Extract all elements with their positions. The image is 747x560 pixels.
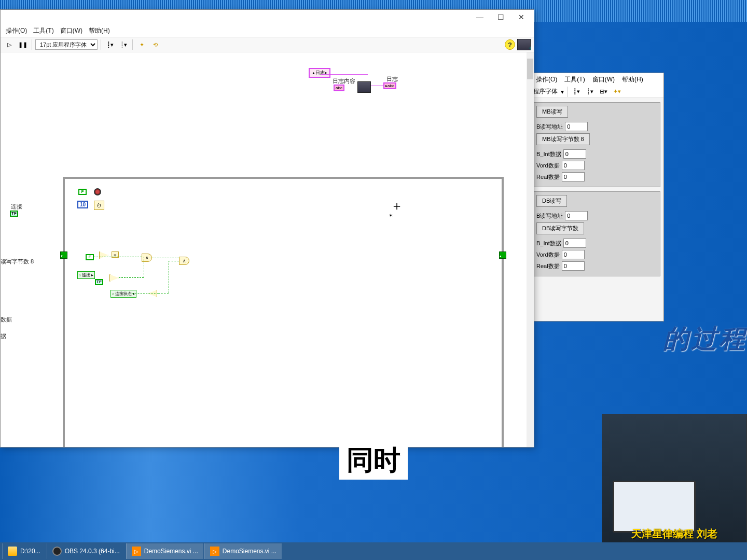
task-item-demo2[interactable]: ▷ DemoSiemens.vi ... (204, 543, 282, 559)
labview-icon: ▷ (210, 547, 219, 556)
numeric-const-10[interactable]: 10 (77, 202, 88, 207)
context-help-icon[interactable]: ? (505, 39, 515, 50)
db-readwrite-button[interactable]: DB读写 (536, 195, 567, 207)
db-addr-input[interactable] (565, 211, 588, 220)
wire (144, 257, 144, 277)
stop-terminal[interactable] (94, 188, 101, 195)
mb-readwrite-button[interactable]: MB读写 (536, 106, 568, 118)
string-terminal-1[interactable]: abc (334, 85, 344, 91)
db-bytes-button[interactable]: DB读写字节数 (536, 222, 584, 234)
db-real-input[interactable] (562, 261, 585, 271)
connect-label: 连接 (11, 203, 22, 211)
reorder-button[interactable]: ⟲ (149, 39, 161, 50)
db-bint-label: B_Int数据 (536, 240, 561, 247)
log-source-node[interactable]: ▲日志▸ (309, 68, 330, 78)
task-item-demo1[interactable]: ▷ DemoSiemens.vi ... (126, 543, 203, 559)
wait-ms-node[interactable]: ⏱ (94, 201, 104, 210)
secondary-toolbar: 程序字体 ▾ ┋▾ ┊▾ ⊞▾ ✦▾ (530, 86, 663, 98)
data-label-1: 数据 (1, 316, 12, 324)
scrollbar-thumb[interactable] (527, 59, 533, 79)
close-button[interactable]: ✕ (511, 11, 532, 23)
menu-tools[interactable]: 工具(T) (31, 25, 56, 36)
data-label-2: 据 (1, 332, 6, 340)
wire (371, 86, 383, 86)
bool-false-const-2[interactable]: F (86, 254, 94, 260)
select-node-1[interactable] (99, 251, 108, 259)
db-word-input[interactable] (562, 250, 585, 259)
db-cluster-box: DB读写 B读写地址 DB读写字节数 B_Int数据 Vord数据 Real数据 (533, 191, 660, 276)
menu-window-2[interactable]: 窗口(W) (590, 74, 617, 85)
task-item-obs[interactable]: OBS 24.0.3 (64-bi... (47, 543, 125, 559)
obs-icon (52, 547, 62, 556)
webcam-inset: 天津星律编程 刘老 (602, 414, 747, 543)
mb-addr-label: B读写地址 (536, 123, 563, 131)
title-bar[interactable]: — ☐ ✕ (1, 10, 534, 24)
wire (119, 277, 144, 278)
wire (169, 261, 169, 293)
mb-bint-input[interactable] (563, 149, 586, 159)
align-button-2[interactable]: ┋▾ (571, 86, 582, 97)
select-node-2[interactable] (109, 274, 119, 282)
wire (158, 293, 169, 293)
local-var-connect[interactable]: ⌂连接▸ (77, 271, 95, 279)
express-vi-node[interactable] (357, 81, 371, 93)
menu-operate[interactable]: 操作(O) (4, 25, 29, 36)
menu-help-2[interactable]: 帮助(H) (620, 74, 645, 85)
resize-button-2[interactable]: ⊞▾ (598, 86, 609, 97)
mb-word-label: Vord数据 (536, 162, 560, 170)
and-gate-1[interactable]: ∧ (142, 254, 152, 262)
while-loop-structure[interactable]: F 10 ⏱ ▾ ▴ F = ∧ ⌂连接▸ TF ⌂连接状态▸ ∧ (63, 177, 504, 447)
not-node[interactable] (148, 290, 157, 297)
string-terminal-2[interactable]: ▸abc (383, 82, 396, 89)
bool-terminal-connect[interactable]: TF (10, 210, 18, 217)
reorder-button-2[interactable]: ✦▾ (611, 86, 622, 97)
toolbar: ▷ ❚❚ 17pt 应用程序字体 ┋▾ ┊▾ ✦ ⟲ ? (1, 37, 534, 52)
separator (101, 39, 101, 50)
separator (132, 39, 133, 50)
secondary-menu-bar: 操作(O) 工具(T) 窗口(W) 帮助(H) (530, 73, 663, 86)
bool-tf-const[interactable]: TF (95, 278, 103, 285)
distribute-button-2[interactable]: ┊▾ (584, 86, 596, 97)
wire (169, 261, 179, 261)
folder-icon (8, 547, 17, 556)
mb-addr-input[interactable] (565, 122, 588, 131)
task-item-explorer[interactable]: D:\20... (2, 543, 46, 559)
mb-word-input[interactable] (562, 161, 585, 170)
minimize-button[interactable]: — (469, 11, 490, 23)
vertical-scrollbar[interactable] (527, 52, 534, 447)
labview-icon: ▷ (132, 547, 141, 556)
loop-tunnel-left[interactable]: ▾ (60, 251, 67, 259)
menu-window[interactable]: 窗口(W) (58, 25, 85, 36)
bytes8-label: 读写字节数 8 (1, 258, 34, 265)
align-button[interactable]: ┋▾ (104, 39, 116, 50)
banner-text: 的过程 (663, 321, 747, 356)
font-selector[interactable]: 17pt 应用程序字体 (35, 39, 98, 50)
db-bint-input[interactable] (563, 239, 586, 248)
menu-tools-2[interactable]: 工具(T) (562, 74, 587, 85)
webcam-caption: 天津星律编程 刘老 (602, 527, 746, 541)
db-real-label: Real数据 (536, 262, 560, 270)
loop-tunnel-right[interactable]: ▴ (499, 251, 506, 259)
subtitle-text: 同时 (339, 441, 408, 480)
main-window: — ☐ ✕ 操作(O) 工具(T) 窗口(W) 帮助(H) ▷ ❚❚ 17pt … (0, 9, 534, 447)
maximize-button[interactable]: ☐ (490, 11, 511, 23)
local-var-conn-status[interactable]: ⌂连接状态▸ (110, 290, 136, 298)
bool-false-const[interactable]: F (78, 188, 87, 195)
db-addr-label: B读写地址 (536, 212, 563, 220)
run-button[interactable]: ▷ (4, 39, 15, 50)
vi-icon[interactable] (517, 39, 531, 50)
menu-help[interactable]: 帮助(H) (87, 25, 112, 36)
block-diagram-canvas[interactable]: ▲日志▸ 日志内容 abc 日志 ▸abc 连接 TF 读写字节数 8 数据 据… (1, 52, 527, 447)
cleanup-button[interactable]: ✦ (136, 39, 147, 50)
mb-real-label: Real数据 (536, 173, 560, 181)
and-gate-2[interactable]: ∧ (179, 257, 189, 265)
mb-real-input[interactable] (562, 172, 585, 181)
mb-bytes8-button[interactable]: MB读写字节数 8 (536, 133, 590, 145)
crosshair-cursor: ＋✶ (391, 198, 403, 210)
mb-cluster-box: MB读写 B读写地址 MB读写字节数 8 B_Int数据 Vord数据 Real… (533, 102, 660, 187)
pause-button[interactable]: ❚❚ (17, 39, 29, 50)
laptop-graphic (613, 481, 696, 533)
wire (152, 258, 179, 258)
distribute-button[interactable]: ┊▾ (118, 39, 129, 50)
menu-operate-2[interactable]: 操作(O) (534, 74, 559, 85)
